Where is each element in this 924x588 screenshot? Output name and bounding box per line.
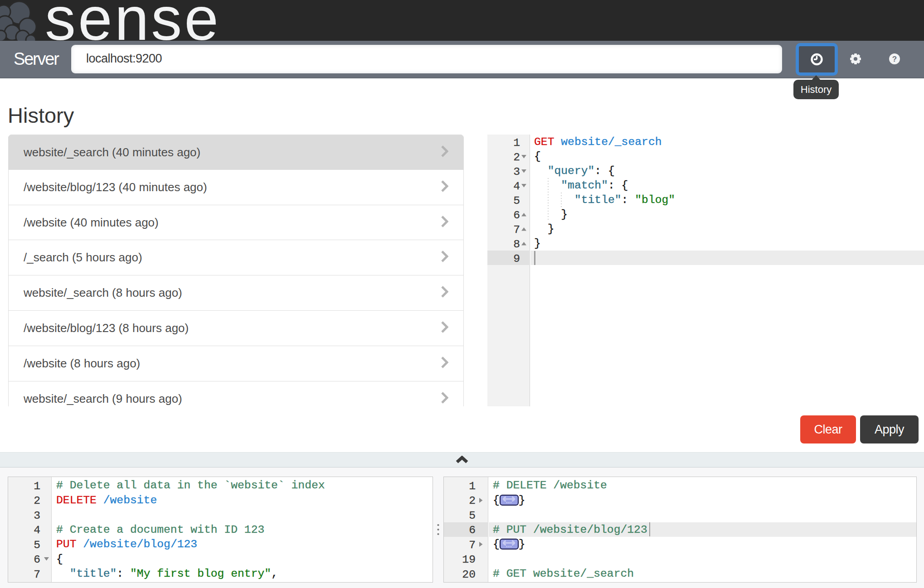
svg-text:?: ? [892,55,897,63]
